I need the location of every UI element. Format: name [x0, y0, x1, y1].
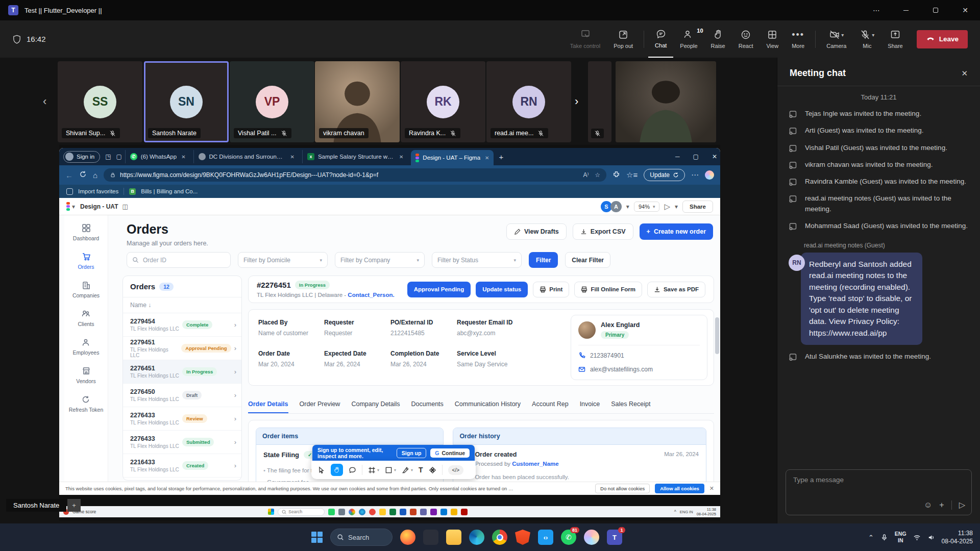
present-icon[interactable]: ▷: [664, 202, 670, 211]
tiles-next-icon[interactable]: ›: [575, 95, 578, 108]
order-row[interactable]: 2276450TL Flex Holdings LLC Draft ›: [123, 384, 241, 407]
contact-email[interactable]: alex@vstatefilings.com: [590, 366, 653, 373]
tab-order-details[interactable]: Order Details: [248, 400, 288, 413]
sidebar-item-clients[interactable]: Clients: [78, 309, 94, 327]
sidebar-item-dashboard[interactable]: Dashboard: [73, 223, 99, 241]
participant-tile[interactable]: RN read.ai mee...: [486, 61, 571, 142]
chat-close-icon[interactable]: ✕: [961, 69, 968, 78]
start-icon[interactable]: [268, 509, 274, 515]
taskbar-clock[interactable]: 11:3808-04-2025: [942, 529, 973, 545]
browser-minimize-icon[interactable]: ─: [675, 153, 680, 160]
browser-signin-button[interactable]: Sign in: [63, 151, 100, 163]
react-button[interactable]: React: [732, 20, 760, 58]
shape-tool-icon[interactable]: ▾: [385, 466, 396, 474]
filter-domicile-select[interactable]: Filter by Domicile▾: [238, 252, 328, 268]
start-button[interactable]: [311, 532, 323, 543]
wifi-icon[interactable]: [913, 534, 921, 541]
figma-file-name[interactable]: Design - UAT: [80, 203, 118, 210]
customer-name-link[interactable]: Customer_Name: [512, 461, 558, 467]
powerpoint-icon[interactable]: [410, 509, 416, 515]
leave-button[interactable]: Leave: [917, 30, 968, 48]
share-button[interactable]: Share: [881, 20, 909, 58]
chat-button[interactable]: Chat: [648, 20, 673, 58]
new-tab-icon[interactable]: +: [499, 153, 503, 161]
order-row[interactable]: 2216433TL Flex Holdings LLC Created ›: [123, 454, 241, 478]
extensions-icon[interactable]: [612, 170, 620, 180]
sidebar-item-refresh-token[interactable]: Refresh Token: [69, 395, 104, 413]
folder-icon[interactable]: [379, 509, 386, 515]
participant-tile[interactable]: VP Vishal Patil ...: [230, 61, 314, 142]
camera-chevron-icon[interactable]: ▾: [841, 32, 844, 38]
brave-icon[interactable]: [515, 530, 530, 545]
read-aloud-icon[interactable]: A⁾: [583, 171, 589, 179]
browser-restore-icon[interactable]: ▢: [693, 153, 699, 160]
close-button[interactable]: ✕: [950, 0, 980, 20]
app-icon[interactable]: [451, 509, 457, 515]
firefox-icon[interactable]: [400, 530, 415, 545]
copilot-icon[interactable]: [705, 170, 714, 180]
tab-company-details[interactable]: Company Details: [351, 400, 400, 413]
tab-invoice[interactable]: Invoice: [580, 400, 600, 413]
workspaces-icon[interactable]: ◳: [105, 153, 111, 160]
outlook-icon[interactable]: [440, 509, 447, 515]
google-continue-button[interactable]: G Continue: [430, 448, 470, 458]
emoji-icon[interactable]: ☺: [924, 500, 932, 510]
file-explorer-icon[interactable]: [446, 530, 461, 545]
hand-tool-icon-active[interactable]: [331, 464, 343, 476]
raise-hand-button[interactable]: Raise: [704, 20, 732, 58]
tab-order-preview[interactable]: Order Preview: [300, 400, 340, 413]
tab-close-icon[interactable]: ✕: [399, 154, 403, 160]
address-bar[interactable]: https://www.figma.com/design/9BKQ0FOHRWa…: [104, 168, 606, 182]
sidebar-item-vendors[interactable]: Vendors: [76, 366, 96, 384]
frame-tool-icon[interactable]: ▾: [368, 466, 379, 474]
pen-tool-icon[interactable]: ▾: [402, 466, 413, 474]
presenter-pin-icon[interactable]: +: [67, 499, 81, 512]
move-tool-icon[interactable]: [317, 466, 325, 474]
teams-icon[interactable]: [420, 509, 427, 515]
sidebar-item-orders[interactable]: Orders: [78, 252, 94, 270]
figma-share-button[interactable]: Share: [682, 201, 713, 213]
participant-tile-video[interactable]: vikram chavan: [315, 61, 400, 142]
tab-close-icon[interactable]: ✕: [290, 154, 295, 160]
browser-close-icon[interactable]: ✕: [712, 153, 717, 160]
figma-logo-icon[interactable]: [66, 202, 70, 211]
bills-bookmark-link[interactable]: Bills | Billing and Co...: [141, 188, 198, 194]
people-button[interactable]: 10 People: [673, 20, 704, 58]
edge-icon[interactable]: [469, 530, 484, 545]
attach-plus-icon[interactable]: +: [939, 500, 944, 510]
print-button[interactable]: Print: [533, 282, 569, 297]
export-csv-button[interactable]: Export CSV: [573, 223, 633, 240]
photos-icon[interactable]: [338, 509, 345, 515]
excel-icon[interactable]: [389, 509, 396, 515]
save-as-pdf-button[interactable]: Save as PDF: [647, 282, 705, 297]
order-id-search-input[interactable]: Order ID: [127, 252, 231, 268]
tab-documents[interactable]: Documents: [411, 400, 444, 413]
contact-person-link[interactable]: Contact_Person.: [348, 292, 394, 298]
tab-communication-history[interactable]: Communication History: [455, 400, 521, 413]
copilot-icon[interactable]: [584, 530, 599, 545]
filter-status-select[interactable]: Filter by Status▾: [432, 252, 522, 268]
approval-pending-button[interactable]: Approval Pending: [407, 282, 471, 297]
chrome-icon[interactable]: [492, 530, 507, 545]
browser-tab-excel[interactable]: x Sample Salary Structure with calc✕: [302, 150, 408, 163]
zoom-level-dropdown[interactable]: 94%▾: [634, 202, 660, 212]
order-row[interactable]: 2276433TL Flex Holdings LLC Submitted ›: [123, 431, 241, 454]
home-icon[interactable]: ⌂: [93, 171, 97, 180]
order-row-selected[interactable]: 2276451TL Flex Holdings LLC In Progress …: [123, 360, 241, 384]
edge-icon[interactable]: [359, 509, 365, 515]
browser-tab-figma-active[interactable]: Design - UAT – Figma✕: [411, 150, 494, 165]
tray-chevron-icon[interactable]: ^: [674, 509, 676, 514]
allow-cookies-button[interactable]: Allow all cookies: [655, 484, 704, 493]
participant-tile-video-large[interactable]: [616, 61, 716, 142]
canvas-scrollbar[interactable]: [715, 317, 719, 354]
filter-company-select[interactable]: Filter by Company▾: [335, 252, 425, 268]
dark-app-icon[interactable]: [423, 530, 438, 545]
fill-online-form-button[interactable]: Fill Online Form: [574, 282, 642, 297]
tray-mic-icon[interactable]: [880, 534, 888, 541]
code-app-icon[interactable]: ‹›: [538, 530, 553, 545]
apply-filter-button[interactable]: Filter: [529, 252, 558, 268]
taskbar-search[interactable]: Search: [330, 529, 393, 546]
comment-tool-icon[interactable]: [349, 466, 356, 474]
tab-account-rep[interactable]: Account Rep: [532, 400, 569, 413]
favorite-star-icon[interactable]: ☆: [595, 171, 600, 179]
